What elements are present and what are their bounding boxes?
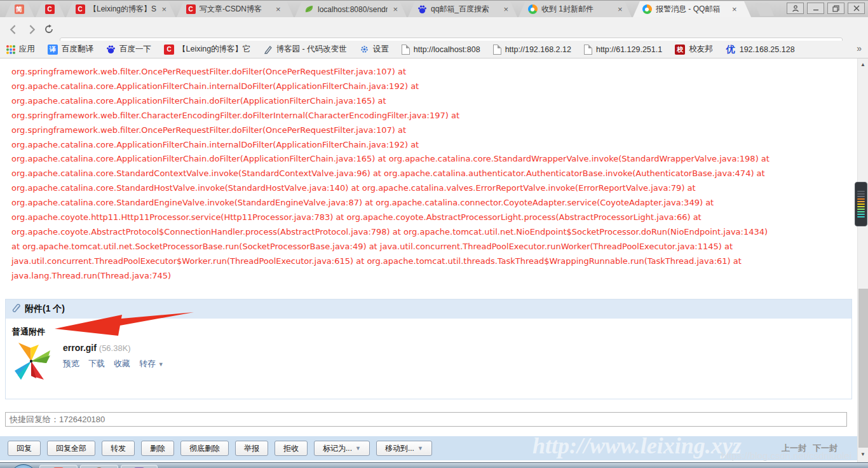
stack-line: org.apache.catalina.core.ApplicationFilt…	[11, 79, 848, 94]
scroll-down-icon[interactable]: ▼	[858, 451, 868, 457]
taskbar-app-1[interactable]	[39, 465, 78, 468]
xiaoyoubang-icon: 校	[675, 45, 685, 55]
csdn-icon: C	[164, 45, 174, 55]
minimize-icon[interactable]	[807, 3, 824, 14]
reject-button[interactable]: 拒收	[275, 441, 308, 456]
stack-line: java.lang.Thread.run(Thread.java:745)	[11, 269, 848, 284]
scrollbar-thumb[interactable]	[858, 289, 868, 448]
mail-content: org.springframework.web.filter.OncePerRe…	[0, 59, 868, 462]
tab-localhost[interactable]: localhost:8080/sendm ×	[295, 1, 407, 17]
forward-icon[interactable]	[24, 22, 38, 36]
taskbar-app-2[interactable]	[80, 465, 118, 468]
tab-jianshu-pinned[interactable]: 简	[5, 1, 34, 17]
stack-line: org.apache.catalina.core.ApplicationFilt…	[11, 152, 848, 167]
chevron-down-icon: ▼	[355, 445, 361, 451]
new-tab-button[interactable]	[755, 3, 774, 16]
qqmail-icon	[527, 4, 538, 15]
chevron-down-icon: ▼	[158, 361, 164, 368]
attachment-section: 附件(1 个) 普通附件	[5, 299, 852, 399]
bookmark-192-168-25[interactable]: 优 192.168.25.128	[726, 45, 795, 55]
bookmark-baidu-translate[interactable]: 译 百度翻译	[48, 44, 93, 55]
tab-close-icon[interactable]: ×	[503, 5, 508, 13]
back-icon[interactable]	[6, 22, 20, 36]
preview-link[interactable]: 预览	[63, 358, 79, 369]
page-icon	[584, 45, 592, 55]
taskbar-app-3[interactable]	[121, 465, 158, 468]
page-icon	[493, 45, 501, 55]
stack-line: org.apache.catalina.core.StandardEngineV…	[11, 196, 848, 210]
start-button[interactable]	[10, 464, 37, 468]
stack-line: org.apache.catalina.core.StandardContext…	[11, 167, 848, 181]
csdn-icon: C	[186, 4, 196, 15]
tab-new-mail[interactable]: 收到 1封新邮件 ×	[519, 1, 632, 17]
stack-line: java.util.concurrent.ThreadPoolExecutor$…	[11, 254, 848, 269]
quick-reply-input[interactable]	[5, 412, 847, 427]
tab-close-icon[interactable]: ×	[393, 5, 398, 13]
mail-navigation: 上一封 下一封	[782, 443, 837, 454]
attachment-header: 附件(1 个)	[6, 299, 851, 319]
bookmark-xiaoyoubang[interactable]: 校 校友邦	[675, 44, 713, 55]
stack-line: org.springframework.web.filter.Character…	[11, 109, 848, 123]
favorite-link[interactable]: 收藏	[114, 358, 130, 369]
windows-taskbar	[0, 462, 868, 468]
reply-all-button[interactable]: 回复全部	[47, 441, 95, 456]
attachment-actions: 预览 下载 收藏 转存 ▼	[63, 358, 164, 369]
bookmark-apps[interactable]: 应用	[6, 44, 35, 55]
save-to-link[interactable]: 转存 ▼	[139, 358, 164, 369]
tab-write-article[interactable]: C 写文章-CSDN博客 ×	[177, 1, 294, 17]
tab-qqmail-search[interactable]: qq邮箱_百度搜索 ×	[408, 1, 517, 17]
move-to-dropdown[interactable]: 移动到...▼	[376, 441, 432, 456]
you-icon: 优	[726, 45, 736, 55]
stack-line: org.springframework.web.filter.OncePerRe…	[11, 65, 848, 79]
stack-line: at org.apache.tomcat.util.net.SocketProc…	[11, 240, 848, 254]
delete-button[interactable]: 删除	[141, 441, 174, 456]
qqmail-icon	[642, 4, 652, 15]
mail-action-toolbar: 回复 回复全部 转发 删除 彻底删除 举报 拒收 标记为...▼ 移动到...▼	[0, 436, 857, 460]
apps-grid-icon	[6, 45, 15, 54]
stack-line: org.apache.catalina.core.ApplicationFilt…	[11, 94, 848, 109]
delete-completely-button[interactable]: 彻底删除	[180, 441, 229, 456]
tab-strip: 简 C C 【Leixing的博客】Spri × C 写文章-CSDN博客 × …	[0, 0, 868, 17]
tab-close-icon[interactable]: ×	[618, 5, 623, 13]
tab-close-icon[interactable]: ×	[732, 5, 737, 13]
mark-as-dropdown[interactable]: 标记为...▼	[314, 441, 370, 456]
report-button[interactable]: 举报	[235, 441, 268, 456]
baidu-paw-icon	[106, 45, 116, 54]
forward-button[interactable]: 转发	[102, 441, 135, 456]
stack-line: org.apache.coyote.http11.Http11Processor…	[11, 210, 848, 225]
next-mail-link[interactable]: 下一封	[813, 443, 837, 454]
download-link[interactable]: 下载	[88, 358, 105, 369]
cnblogs-pen-icon	[264, 45, 273, 54]
tab-close-icon[interactable]: ×	[276, 5, 281, 13]
baidu-paw-icon	[417, 4, 427, 15]
close-icon[interactable]	[848, 3, 865, 14]
paperclip-icon	[12, 304, 21, 314]
tab-close-icon[interactable]: ×	[161, 5, 166, 13]
chevron-down-icon: ▼	[417, 445, 423, 451]
bookmark-61-129[interactable]: http://61.129.251.1	[584, 45, 662, 55]
tab-csdn-pinned[interactable]: C	[36, 1, 65, 17]
bookmark-cnblogs[interactable]: 博客园 - 代码改变世	[264, 44, 347, 55]
bookmark-baidu[interactable]: 百度一下	[106, 44, 151, 55]
bookmark-leixing-blog[interactable]: C 【Leixing的博客】它	[164, 44, 251, 55]
reload-icon[interactable]	[42, 22, 56, 36]
scroll-up-icon[interactable]: ▲	[858, 62, 868, 67]
page-scrollbar[interactable]: ▲ ▼	[857, 59, 868, 462]
bookmark-192-168-2[interactable]: http://192.168.2.12	[493, 45, 571, 55]
stack-line: org.apache.catalina.core.ApplicationFilt…	[11, 138, 848, 153]
bookmark-localhost[interactable]: http://localhost:808	[402, 45, 480, 55]
tab-leixing-blog[interactable]: C 【Leixing的博客】Spri ×	[66, 1, 175, 17]
gif-pinwheel-icon[interactable]	[13, 340, 53, 383]
previous-mail-link[interactable]: 上一封	[782, 443, 806, 454]
attachment-filesize: (56.38K)	[99, 343, 131, 353]
stack-line: org.springframework.web.filter.OncePerRe…	[11, 123, 848, 138]
address-toolbar: https://mail.qq.com/cgi-bin/frame_html?s…	[0, 17, 868, 41]
bookmark-settings[interactable]: 设置	[360, 44, 389, 55]
restore-icon[interactable]	[827, 3, 844, 14]
attachment-type-label: 普通附件	[12, 326, 45, 338]
reply-button[interactable]: 回复	[8, 441, 41, 456]
page-icon	[402, 45, 410, 55]
tab-alarm-message-active[interactable]: 报警消息 - QQ邮箱 ×	[633, 1, 751, 17]
profile-icon[interactable]	[787, 3, 804, 14]
bookmarks-overflow-icon[interactable]: »	[857, 43, 862, 53]
